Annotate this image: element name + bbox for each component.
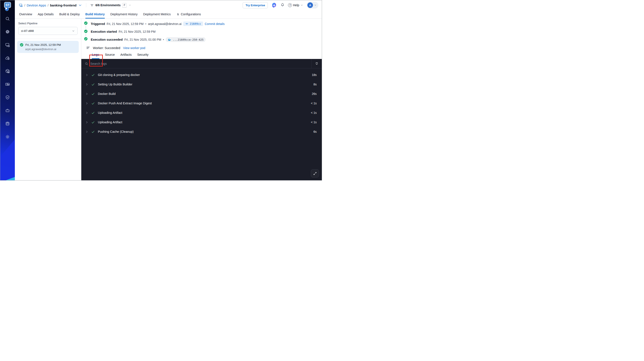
dot-separator: •	[145, 22, 146, 26]
chevron-right-icon[interactable]	[85, 73, 88, 76]
select-pipeline-label: Select Pipeline	[18, 22, 78, 25]
chevron-down-icon	[314, 4, 316, 6]
pipeline-select[interactable]: ci-87-d8l8	[18, 27, 78, 35]
environments-selector[interactable]: 6/6 Environments F	[90, 3, 132, 8]
stage-success-icon	[91, 120, 95, 124]
stage-name: Git cloning & preparing docker	[98, 73, 140, 76]
search-icon[interactable]	[5, 16, 10, 22]
chevron-right-icon[interactable]	[85, 102, 88, 105]
chevron-down-icon[interactable]	[78, 3, 82, 7]
chart-store-icon[interactable]	[5, 69, 10, 75]
image-tag-chip[interactable]: ...21609cce-250-425	[166, 37, 206, 42]
stage-name: Docker Push And Extract Image Digest	[98, 102, 152, 105]
environments-label: 6/6 Environments	[96, 4, 121, 7]
applications-icon[interactable]	[5, 42, 10, 48]
log-stage-row[interactable]: Uploading Artifact < 1s	[81, 118, 322, 127]
try-enterprise-button[interactable]: Try Enterprise	[243, 2, 268, 8]
commit-hash: 21609cc	[190, 22, 201, 26]
user-menu[interactable]: A	[307, 2, 318, 8]
log-stage-row[interactable]: Docker Build 26s	[81, 89, 322, 98]
search-logs-input[interactable]	[90, 62, 308, 66]
stage-duration: 26s	[312, 92, 316, 96]
panel-divider	[15, 39, 81, 39]
timeline-connector	[86, 26, 86, 29]
build-detail-panel: Triggered Fri, 21 Nov 2025, 12:59 PM • a…	[81, 19, 322, 180]
chevron-down-icon[interactable]	[128, 4, 132, 7]
stage-name: Docker Build	[98, 92, 116, 96]
chevron-right-icon[interactable]	[85, 83, 88, 86]
breadcrumb-root-link[interactable]: Devtron Apps	[27, 4, 46, 7]
tab-source[interactable]: Source	[105, 53, 115, 59]
success-check-icon	[84, 21, 88, 25]
ai-agent-icon[interactable]	[5, 108, 10, 114]
stage-duration: < 1s	[311, 102, 316, 105]
stage-success-icon	[91, 130, 95, 134]
chevron-right-icon[interactable]	[85, 92, 88, 96]
cost-visibility-icon[interactable]	[5, 82, 10, 88]
log-stage-row[interactable]: Uploading Artifact < 1s	[81, 108, 322, 118]
tab-app-details[interactable]: App Details	[38, 10, 54, 18]
header-divider	[86, 3, 86, 7]
notifications-bell-icon[interactable]	[280, 3, 284, 8]
worker-status: Worker: Succeeded	[93, 46, 120, 50]
step-label: Execution started	[91, 30, 117, 33]
search-icon	[85, 62, 88, 66]
worker-status-row: Worker: Succeeded View worker pod	[84, 46, 318, 50]
step-time: Fri, 21 Nov 2025, 01:00 PM	[124, 38, 161, 41]
app-groups-icon[interactable]	[5, 56, 10, 62]
app-logo[interactable]: ST	[4, 2, 12, 9]
log-stage-row[interactable]: Git cloning & preparing docker 18s	[81, 70, 322, 80]
build-list-item[interactable]: Fri, 21 Nov 2025, 12:59 PM arpit.agrawal…	[17, 41, 79, 53]
execution-step-started: Execution started Fri, 21 Nov 2025, 12:5…	[84, 30, 318, 37]
app-nav-tabs: Overview App Details Build & Deploy Buil…	[15, 10, 322, 19]
dot-separator: •	[163, 38, 164, 41]
fullscreen-button[interactable]	[311, 169, 319, 178]
stage-name: Setting Up Buildx Builder	[98, 82, 132, 86]
stage-duration: < 1s	[311, 111, 316, 114]
tab-build-history[interactable]: Build History	[86, 10, 105, 18]
chevron-right-icon[interactable]	[85, 121, 88, 124]
step-time: Fri, 21 Nov 2025, 12:59 PM	[119, 30, 156, 33]
stage-success-icon	[91, 73, 95, 77]
commit-hash-chip[interactable]: 21609cc	[183, 22, 203, 26]
devtron-app-window: ST / Devtron Apps	[0, 0, 322, 180]
tab-security[interactable]: Security	[137, 53, 148, 59]
breadcrumb-separator: /	[48, 4, 48, 7]
timeline-connector	[86, 34, 86, 36]
image-tag: ...21609cce-250-425	[173, 38, 204, 41]
stage-duration: 6s	[314, 130, 316, 134]
security-icon[interactable]	[5, 95, 10, 101]
stage-name: Pushing Cache (Cleanup)	[98, 130, 134, 134]
stage-duration: 18s	[312, 73, 316, 76]
tab-artifacts[interactable]: Artifacts	[120, 53, 132, 59]
log-stage-row[interactable]: Setting Up Buildx Builder 8s	[81, 80, 322, 89]
ai-sparkle-icon[interactable]	[271, 2, 277, 8]
tab-configurations[interactable]: Configurations	[176, 10, 201, 18]
resource-watch-icon[interactable]	[5, 29, 10, 35]
tab-logs[interactable]: Logs	[92, 53, 99, 59]
log-stage-row[interactable]: Pushing Cache (Cleanup) 6s	[81, 127, 322, 136]
logs-lines-icon	[86, 46, 90, 50]
tab-build-and-deploy[interactable]: Build & Deploy	[59, 10, 80, 18]
success-check-icon	[84, 37, 88, 41]
log-stage-row[interactable]: Docker Push And Extract Image Digest < 1…	[81, 98, 322, 108]
global-config-gear-icon[interactable]	[5, 134, 10, 140]
chevron-right-icon[interactable]	[85, 111, 88, 114]
resource-browser-icon[interactable]	[5, 121, 10, 127]
collapse-all-button[interactable]	[312, 59, 322, 68]
tab-deployment-history[interactable]: Deployment History	[110, 10, 138, 18]
help-menu[interactable]: ? Help	[288, 3, 303, 7]
stage-name: Uploading Artifact	[98, 120, 122, 124]
chevron-down-icon	[72, 30, 75, 32]
chevron-right-icon[interactable]	[85, 130, 88, 134]
environments-shortcut-badge: F	[122, 3, 127, 8]
expand-icon	[313, 172, 317, 175]
step-label: Triggered	[91, 22, 105, 26]
help-label: Help	[293, 4, 299, 7]
log-search-bar	[81, 59, 312, 68]
tab-deployment-metrics[interactable]: Deployment Metrics	[143, 10, 170, 18]
view-worker-pod-link[interactable]: View worker pod	[123, 46, 145, 50]
commit-details-link[interactable]: Commit details	[205, 22, 225, 26]
tab-overview[interactable]: Overview	[19, 10, 32, 18]
log-stage-list: Git cloning & preparing docker 18s Setti…	[81, 68, 322, 138]
